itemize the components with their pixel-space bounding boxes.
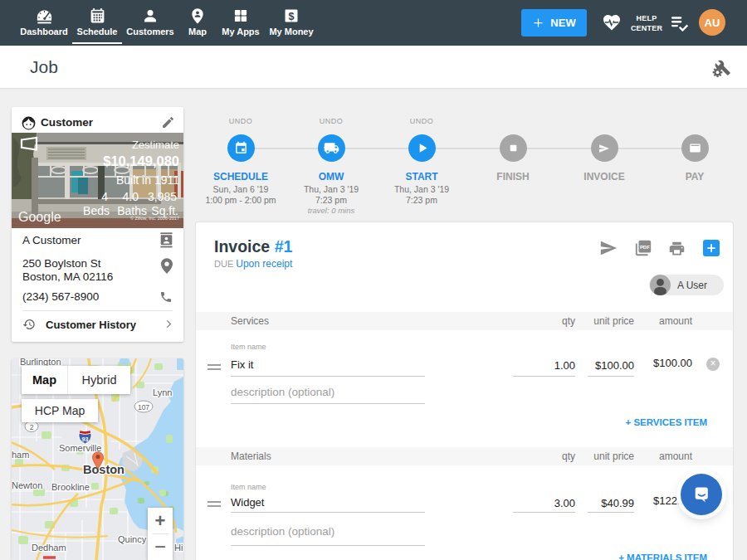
svg-text:Brookline: Brookline (51, 482, 90, 492)
svg-text:Hi: Hi (174, 543, 183, 553)
svg-text:ham: ham (12, 450, 29, 460)
svg-text:4.0: 4.0 (123, 190, 139, 203)
svg-text:2: 2 (30, 423, 34, 431)
svg-text:$10,149,080: $10,149,080 (103, 153, 179, 168)
svg-text:Lynn: Lynn (153, 387, 172, 397)
svg-text:107: 107 (138, 403, 149, 411)
svg-text:© Zillow, Inc. 2006-2017: © Zillow, Inc. 2006-2017 (130, 216, 179, 221)
svg-text:Newton: Newton (12, 480, 42, 490)
svg-text:$: $ (289, 11, 295, 22)
svg-text:Somerville: Somerville (59, 443, 101, 453)
svg-text:Google: Google (18, 210, 61, 224)
svg-text:PDF: PDF (640, 245, 650, 250)
svg-text:Beds: Beds (83, 204, 110, 217)
svg-text:Boston: Boston (83, 463, 124, 476)
svg-text:Zestimate: Zestimate (132, 139, 179, 151)
svg-text:93: 93 (82, 436, 89, 442)
svg-text:Quincy: Quincy (118, 534, 147, 544)
svg-text:3,985: 3,985 (148, 190, 177, 203)
svg-text:Built in 1911: Built in 1911 (116, 173, 179, 187)
svg-text:4: 4 (101, 190, 108, 203)
svg-text:Dedham: Dedham (32, 543, 66, 553)
